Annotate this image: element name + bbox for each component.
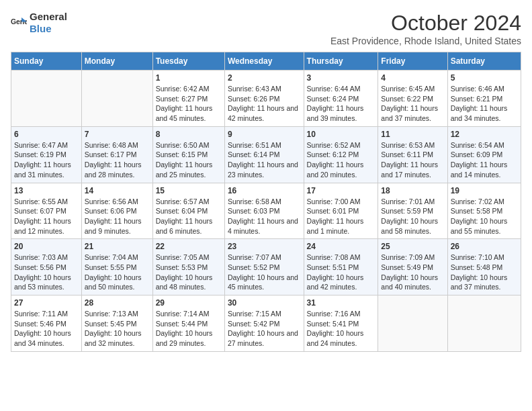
day-info: Sunrise: 6:45 AMSunset: 6:22 PMDaylight:… bbox=[381, 84, 444, 124]
day-info: Sunrise: 7:04 AMSunset: 5:55 PMDaylight:… bbox=[85, 253, 150, 292]
logo-general-text: General bbox=[30, 11, 67, 22]
main-title: October 2024 bbox=[330, 11, 521, 36]
calendar-cell: 21Sunrise: 7:04 AMSunset: 5:55 PMDayligh… bbox=[81, 239, 152, 295]
day-number: 14 bbox=[85, 186, 150, 195]
logo-blue-text: Blue bbox=[30, 23, 52, 34]
day-number: 21 bbox=[85, 242, 150, 251]
calendar-cell: 29Sunrise: 7:14 AMSunset: 5:44 PMDayligh… bbox=[152, 295, 224, 352]
day-number: 30 bbox=[228, 298, 301, 308]
calendar-cell: 22Sunrise: 7:05 AMSunset: 5:53 PMDayligh… bbox=[152, 239, 224, 295]
day-number: 19 bbox=[451, 186, 518, 195]
logo-icon: General bbox=[11, 16, 27, 30]
day-info: Sunrise: 7:05 AMSunset: 5:53 PMDaylight:… bbox=[156, 253, 222, 292]
day-info: Sunrise: 7:14 AMSunset: 5:44 PMDaylight:… bbox=[156, 309, 222, 349]
calendar-cell: 20Sunrise: 7:03 AMSunset: 5:56 PMDayligh… bbox=[11, 239, 82, 295]
day-info: Sunrise: 6:48 AMSunset: 6:17 PMDaylight:… bbox=[85, 140, 150, 180]
calendar-cell: 8Sunrise: 6:50 AMSunset: 6:15 PMDaylight… bbox=[152, 126, 224, 183]
calendar-cell: 23Sunrise: 7:07 AMSunset: 5:52 PMDayligh… bbox=[224, 239, 304, 295]
col-header-tuesday: Tuesday bbox=[152, 52, 224, 71]
day-number: 29 bbox=[156, 298, 222, 308]
day-number: 24 bbox=[307, 242, 375, 251]
day-info: Sunrise: 6:44 AMSunset: 6:24 PMDaylight:… bbox=[307, 84, 375, 124]
day-info: Sunrise: 6:57 AMSunset: 6:04 PMDaylight:… bbox=[156, 197, 222, 236]
day-info: Sunrise: 6:43 AMSunset: 6:26 PMDaylight:… bbox=[228, 84, 301, 124]
day-number: 6 bbox=[14, 130, 79, 139]
day-info: Sunrise: 6:42 AMSunset: 6:27 PMDaylight:… bbox=[156, 84, 222, 124]
week-row-1: 1Sunrise: 6:42 AMSunset: 6:27 PMDaylight… bbox=[11, 71, 521, 127]
day-number: 2 bbox=[228, 73, 301, 83]
calendar-cell: 24Sunrise: 7:08 AMSunset: 5:51 PMDayligh… bbox=[304, 239, 378, 295]
calendar-cell: 30Sunrise: 7:15 AMSunset: 5:42 PMDayligh… bbox=[224, 295, 304, 352]
calendar-cell: 2Sunrise: 6:43 AMSunset: 6:26 PMDaylight… bbox=[224, 71, 304, 127]
calendar-table: SundayMondayTuesdayWednesdayThursdayFrid… bbox=[11, 52, 521, 352]
day-info: Sunrise: 7:00 AMSunset: 6:01 PMDaylight:… bbox=[307, 197, 375, 236]
page-header: General General Blue October 2024 East P… bbox=[11, 11, 521, 46]
calendar-cell: 1Sunrise: 6:42 AMSunset: 6:27 PMDaylight… bbox=[152, 71, 224, 127]
day-number: 5 bbox=[451, 73, 518, 83]
calendar-cell: 13Sunrise: 6:55 AMSunset: 6:07 PMDayligh… bbox=[11, 183, 82, 239]
calendar-cell: 18Sunrise: 7:01 AMSunset: 5:59 PMDayligh… bbox=[378, 183, 447, 239]
calendar-cell: 15Sunrise: 6:57 AMSunset: 6:04 PMDayligh… bbox=[152, 183, 224, 239]
col-header-thursday: Thursday bbox=[304, 52, 378, 71]
day-number: 12 bbox=[451, 130, 518, 139]
day-number: 7 bbox=[85, 130, 150, 139]
day-info: Sunrise: 7:02 AMSunset: 5:58 PMDaylight:… bbox=[451, 197, 518, 236]
day-info: Sunrise: 7:03 AMSunset: 5:56 PMDaylight:… bbox=[14, 253, 79, 292]
week-row-5: 27Sunrise: 7:11 AMSunset: 5:46 PMDayligh… bbox=[11, 295, 521, 352]
day-info: Sunrise: 7:15 AMSunset: 5:42 PMDaylight:… bbox=[228, 309, 301, 349]
calendar-cell: 17Sunrise: 7:00 AMSunset: 6:01 PMDayligh… bbox=[304, 183, 378, 239]
day-number: 25 bbox=[381, 242, 444, 251]
calendar-cell: 10Sunrise: 6:52 AMSunset: 6:12 PMDayligh… bbox=[304, 126, 378, 183]
calendar-cell: 28Sunrise: 7:13 AMSunset: 5:45 PMDayligh… bbox=[81, 295, 152, 352]
day-info: Sunrise: 7:10 AMSunset: 5:48 PMDaylight:… bbox=[451, 253, 518, 292]
day-number: 16 bbox=[228, 186, 301, 195]
day-number: 18 bbox=[381, 186, 444, 195]
calendar-cell bbox=[447, 295, 521, 352]
col-header-wednesday: Wednesday bbox=[224, 52, 304, 71]
calendar-cell bbox=[11, 71, 82, 127]
day-info: Sunrise: 7:01 AMSunset: 5:59 PMDaylight:… bbox=[381, 197, 444, 236]
calendar-cell: 14Sunrise: 6:56 AMSunset: 6:06 PMDayligh… bbox=[81, 183, 152, 239]
week-row-4: 20Sunrise: 7:03 AMSunset: 5:56 PMDayligh… bbox=[11, 239, 521, 295]
day-number: 31 bbox=[307, 298, 375, 308]
day-number: 1 bbox=[156, 73, 222, 83]
calendar-cell: 12Sunrise: 6:54 AMSunset: 6:09 PMDayligh… bbox=[447, 126, 521, 183]
subtitle: East Providence, Rhode Island, United St… bbox=[330, 36, 521, 46]
day-number: 28 bbox=[85, 298, 150, 308]
day-info: Sunrise: 6:46 AMSunset: 6:21 PMDaylight:… bbox=[451, 84, 518, 124]
day-number: 3 bbox=[307, 73, 375, 83]
day-info: Sunrise: 6:53 AMSunset: 6:11 PMDaylight:… bbox=[381, 140, 444, 180]
calendar-cell: 11Sunrise: 6:53 AMSunset: 6:11 PMDayligh… bbox=[378, 126, 447, 183]
day-info: Sunrise: 6:56 AMSunset: 6:06 PMDaylight:… bbox=[85, 197, 150, 236]
day-number: 15 bbox=[156, 186, 222, 195]
day-number: 13 bbox=[14, 186, 79, 195]
day-number: 17 bbox=[307, 186, 375, 195]
calendar-cell: 6Sunrise: 6:47 AMSunset: 6:19 PMDaylight… bbox=[11, 126, 82, 183]
calendar-cell: 19Sunrise: 7:02 AMSunset: 5:58 PMDayligh… bbox=[447, 183, 521, 239]
calendar-cell: 27Sunrise: 7:11 AMSunset: 5:46 PMDayligh… bbox=[11, 295, 82, 352]
day-info: Sunrise: 6:55 AMSunset: 6:07 PMDaylight:… bbox=[14, 197, 79, 236]
day-number: 8 bbox=[156, 130, 222, 139]
col-header-sunday: Sunday bbox=[11, 52, 82, 71]
calendar-cell bbox=[81, 71, 152, 127]
day-info: Sunrise: 6:58 AMSunset: 6:03 PMDaylight:… bbox=[228, 197, 301, 236]
calendar-cell bbox=[378, 295, 447, 352]
day-info: Sunrise: 7:09 AMSunset: 5:49 PMDaylight:… bbox=[381, 253, 444, 292]
day-number: 27 bbox=[14, 298, 79, 308]
calendar-cell: 31Sunrise: 7:16 AMSunset: 5:41 PMDayligh… bbox=[304, 295, 378, 352]
day-info: Sunrise: 7:13 AMSunset: 5:45 PMDaylight:… bbox=[85, 309, 150, 349]
day-info: Sunrise: 7:08 AMSunset: 5:51 PMDaylight:… bbox=[307, 253, 375, 292]
day-number: 26 bbox=[451, 242, 518, 251]
col-header-monday: Monday bbox=[81, 52, 152, 71]
col-header-friday: Friday bbox=[378, 52, 447, 71]
day-info: Sunrise: 6:47 AMSunset: 6:19 PMDaylight:… bbox=[14, 140, 79, 180]
day-number: 22 bbox=[156, 242, 222, 251]
calendar-cell: 26Sunrise: 7:10 AMSunset: 5:48 PMDayligh… bbox=[447, 239, 521, 295]
day-number: 4 bbox=[381, 73, 444, 83]
week-row-3: 13Sunrise: 6:55 AMSunset: 6:07 PMDayligh… bbox=[11, 183, 521, 239]
calendar-cell: 16Sunrise: 6:58 AMSunset: 6:03 PMDayligh… bbox=[224, 183, 304, 239]
day-number: 23 bbox=[228, 242, 301, 251]
col-header-saturday: Saturday bbox=[447, 52, 521, 71]
day-info: Sunrise: 6:50 AMSunset: 6:15 PMDaylight:… bbox=[156, 140, 222, 180]
calendar-cell: 7Sunrise: 6:48 AMSunset: 6:17 PMDaylight… bbox=[81, 126, 152, 183]
